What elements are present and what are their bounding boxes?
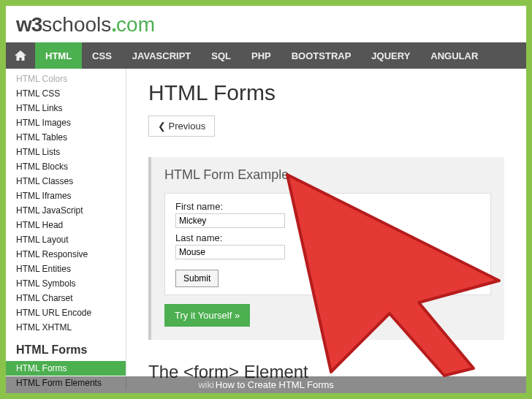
- caption-wiki: wiki: [198, 379, 214, 390]
- sidebar-item[interactable]: HTML Images: [6, 115, 126, 130]
- submit-button[interactable]: Submit: [175, 270, 218, 287]
- home-icon[interactable]: [6, 42, 35, 69]
- sidebar-item[interactable]: HTML CSS: [6, 86, 126, 101]
- sidebar-item[interactable]: HTML Entities: [6, 262, 126, 276]
- sidebar-item[interactable]: HTML Colors: [6, 72, 126, 86]
- sidebar: HTML Colors HTML CSS HTML Links HTML Ima…: [6, 69, 126, 390]
- example-heading: HTML Form Example: [164, 167, 491, 183]
- sidebar-item[interactable]: HTML Symbols: [6, 276, 126, 291]
- last-name-input[interactable]: [175, 245, 285, 259]
- try-it-yourself-button[interactable]: Try it Yourself »: [164, 304, 250, 327]
- first-name-label: First name:: [175, 201, 480, 212]
- sidebar-item[interactable]: HTML Links: [6, 101, 126, 115]
- nav-javascript[interactable]: JAVASCRIPT: [122, 42, 201, 69]
- sidebar-item[interactable]: HTML Blocks: [6, 159, 126, 174]
- sidebar-heading: HTML Forms: [6, 335, 126, 361]
- logo-com: com: [116, 13, 155, 36]
- sidebar-item[interactable]: HTML Responsive: [6, 247, 126, 262]
- sidebar-item[interactable]: HTML Head: [6, 218, 126, 232]
- sidebar-item[interactable]: HTML URL Encode: [6, 305, 126, 320]
- last-name-label: Last name:: [175, 232, 480, 243]
- sidebar-item[interactable]: HTML Layout: [6, 232, 126, 247]
- logo-w3: w3: [16, 13, 42, 36]
- sidebar-item[interactable]: HTML JavaScript: [6, 203, 126, 218]
- nav-html[interactable]: HTML: [35, 42, 82, 69]
- sidebar-item[interactable]: HTML Classes: [6, 174, 126, 189]
- previous-button[interactable]: ❮ Previous: [148, 115, 215, 137]
- sidebar-item[interactable]: HTML Charset: [6, 291, 126, 305]
- sidebar-item[interactable]: HTML Lists: [6, 145, 126, 159]
- nav-angular[interactable]: ANGULAR: [420, 42, 488, 69]
- sidebar-item-html-forms[interactable]: HTML Forms: [6, 361, 126, 376]
- caption-text: How to Create HTML Forms: [216, 379, 334, 390]
- sidebar-item[interactable]: HTML Iframes: [6, 189, 126, 203]
- logo-schools: schools: [42, 13, 111, 36]
- top-nav: HTML CSS JAVASCRIPT SQL PHP BOOTSTRAP JQ…: [6, 42, 526, 69]
- sidebar-item[interactable]: HTML Tables: [6, 130, 126, 145]
- nav-css[interactable]: CSS: [82, 42, 122, 69]
- nav-php[interactable]: PHP: [241, 42, 281, 69]
- form-area: First name: Last name: Submit: [164, 193, 491, 295]
- nav-bootstrap[interactable]: BOOTSTRAP: [281, 42, 362, 69]
- sidebar-item[interactable]: HTML XHTML: [6, 320, 126, 335]
- main-content: HTML Forms ❮ Previous HTML Form Example …: [126, 69, 526, 390]
- page-title: HTML Forms: [148, 80, 504, 105]
- site-logo[interactable]: w3schools.com: [6, 6, 526, 42]
- nav-jquery[interactable]: JQUERY: [361, 42, 420, 69]
- nav-sql[interactable]: SQL: [201, 42, 241, 69]
- example-box: HTML Form Example First name: Last name:…: [148, 157, 504, 340]
- caption-bar: wikiHow to Create HTML Forms: [6, 376, 526, 393]
- first-name-input[interactable]: [175, 213, 285, 228]
